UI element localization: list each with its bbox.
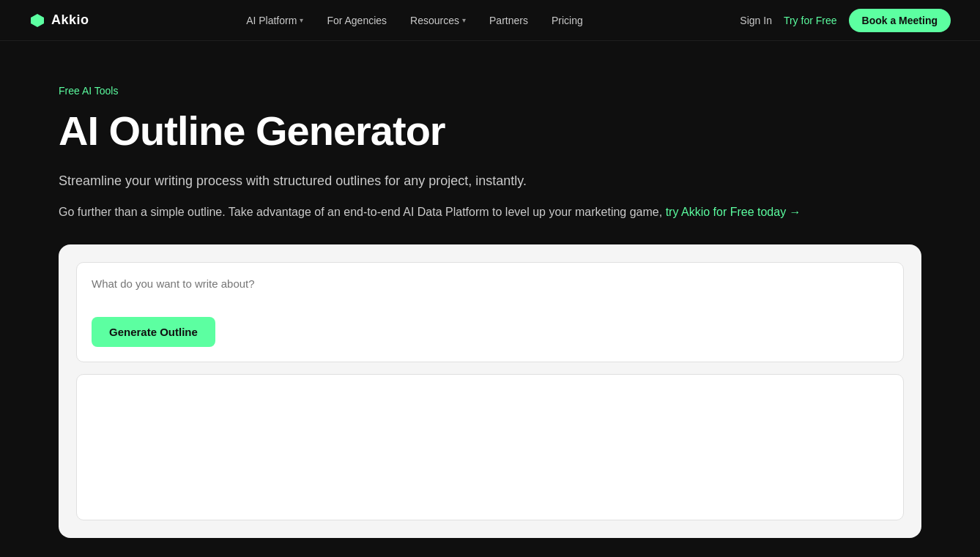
output-box: [76, 374, 904, 520]
nav-right-actions: Sign In Try for Free Book a Meeting: [740, 9, 951, 32]
svg-marker-0: [31, 14, 44, 27]
logo[interactable]: Akkio: [29, 12, 89, 29]
nav-item-resources[interactable]: Resources ▾: [410, 15, 466, 26]
try-akkio-free-link[interactable]: try Akkio for Free today →: [666, 206, 801, 218]
tool-container: Generate Outline: [59, 244, 921, 538]
navbar: Akkio AI Platform ▾ For Agencies Resourc…: [0, 0, 980, 41]
input-box: Generate Outline: [76, 262, 904, 362]
sign-in-link[interactable]: Sign In: [740, 15, 772, 26]
page-subtitle: Streamline your writing process with str…: [59, 171, 921, 191]
nav-item-for-agencies[interactable]: For Agencies: [327, 15, 387, 26]
chevron-down-icon: ▾: [462, 16, 466, 24]
brand-name: Akkio: [51, 12, 89, 28]
nav-center-links: AI Platform ▾ For Agencies Resources ▾ P…: [246, 15, 583, 26]
page-title: AI Outline Generator: [59, 108, 921, 154]
nav-item-ai-platform[interactable]: AI Platform ▾: [246, 15, 303, 26]
akkio-logo-icon: [29, 12, 45, 29]
topic-input[interactable]: [92, 277, 888, 302]
nav-item-pricing[interactable]: Pricing: [552, 15, 583, 26]
nav-item-partners[interactable]: Partners: [489, 15, 528, 26]
main-content: Free AI Tools AI Outline Generator Strea…: [0, 41, 980, 557]
free-ai-tools-tag: Free AI Tools: [59, 85, 921, 97]
page-description: Go further than a simple outline. Take a…: [59, 203, 921, 222]
book-meeting-button[interactable]: Book a Meeting: [849, 9, 951, 32]
generate-outline-button[interactable]: Generate Outline: [92, 317, 215, 347]
chevron-down-icon: ▾: [300, 16, 303, 24]
try-for-free-link[interactable]: Try for Free: [784, 15, 837, 26]
